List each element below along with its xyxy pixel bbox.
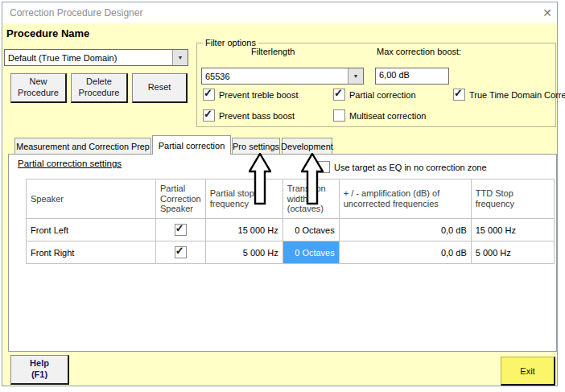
prevent-bass-boost-label: Prevent bass boost: [219, 111, 295, 121]
speaker-settings-table: Speaker Partial Correction Speaker Parti…: [26, 179, 555, 264]
tab-label: Pro settings: [233, 142, 279, 151]
table-row: Front Right 5 000 Hz 0 Octaves 0,0 dB 5 …: [27, 241, 555, 264]
checkbox-icon[interactable]: [175, 246, 187, 258]
tab-pro-settings[interactable]: Pro settings: [232, 138, 280, 154]
table-header-row: Speaker Partial Correction Speaker Parti…: [27, 179, 555, 219]
true-time-domain-checkbox[interactable]: True Time Domain Correction: [453, 89, 565, 101]
procedure-select-value: Default (True Time Domain): [5, 52, 172, 64]
help-label-1: Help: [30, 358, 49, 369]
partial-stop-frequency-cell[interactable]: 5 000 Hz: [205, 241, 282, 264]
help-button[interactable]: Help (F1): [10, 355, 69, 385]
ttd-stop-frequency-cell[interactable]: 5 000 Hz: [471, 241, 554, 264]
filterlength-value: 65536: [202, 70, 348, 83]
partial-correction-speaker-cell[interactable]: [156, 241, 206, 264]
prevent-treble-boost-label: Prevent treble boost: [219, 90, 298, 100]
tab-partial-correction[interactable]: Partial correction: [152, 135, 231, 155]
col-header-partial-correction-speaker: Partial Correction Speaker: [156, 179, 206, 219]
exit-button[interactable]: Exit: [501, 357, 555, 386]
checkbox-icon[interactable]: [175, 224, 187, 236]
max-boost-label: Max correction boost:: [377, 47, 461, 56]
transition-width-cell[interactable]: 0 Octaves: [282, 219, 339, 241]
close-icon[interactable]: ✕: [538, 5, 557, 21]
col-header-amplification: + / - amplification (dB) of uncorrected …: [339, 179, 471, 219]
tab-development[interactable]: Development: [282, 138, 332, 154]
tab-measurement-and-correction-prep[interactable]: Measurement and Correction Prep: [14, 138, 151, 154]
reset-label: Reset: [148, 82, 171, 93]
speaker-cell[interactable]: Front Right: [27, 241, 156, 264]
annotation-arrow-up-icon: [249, 153, 271, 206]
prevent-bass-boost-checkbox[interactable]: Prevent bass boost: [203, 109, 295, 122]
multiseat-correction-checkbox[interactable]: Multiseat correction: [333, 109, 426, 122]
partial-correction-speaker-cell[interactable]: [156, 219, 206, 241]
procedure-name-label: Procedure Name: [6, 27, 89, 39]
col-header-ttd-stop-frequency: TTD Stop frequency: [471, 179, 554, 219]
partial-correction-label: Partial correction: [349, 90, 416, 100]
annotation-arrow-up-icon: [301, 153, 324, 206]
checkbox-icon[interactable]: [333, 109, 345, 122]
amplification-cell[interactable]: 0,0 dB: [339, 219, 471, 241]
tab-label: Measurement and Correction Prep: [16, 142, 150, 151]
partial-stop-frequency-cell[interactable]: 15 000 Hz: [205, 219, 282, 241]
use-target-eq-label: Use target as EQ in no correction zone: [334, 163, 487, 172]
new-procedure-label-1: New: [29, 76, 47, 88]
reset-button[interactable]: Reset: [132, 73, 188, 103]
prevent-treble-boost-checkbox[interactable]: Prevent treble boost: [203, 89, 298, 101]
help-label-2: (F1): [31, 369, 47, 381]
checkbox-icon[interactable]: [203, 89, 215, 101]
table-row: Front Left 15 000 Hz 0 Octaves 0,0 dB 15…: [27, 219, 555, 241]
checkbox-icon[interactable]: [453, 89, 465, 101]
amplification-cell[interactable]: 0,0 dB: [339, 241, 471, 264]
multiseat-correction-label: Multiseat correction: [349, 111, 426, 121]
filter-options-group-label: Filter options: [203, 38, 258, 47]
window-title: Correction Procedure Designer: [10, 7, 142, 19]
filterlength-label: Filterlength: [251, 47, 295, 56]
max-boost-input[interactable]: 6,00 dB: [375, 68, 449, 85]
partial-correction-checkbox[interactable]: Partial correction: [333, 89, 416, 101]
new-procedure-button[interactable]: New Procedure: [10, 73, 67, 103]
use-target-eq-checkbox[interactable]: Use target as EQ in no correction zone: [318, 161, 487, 173]
transition-width-cell[interactable]: 0 Octaves: [282, 241, 339, 264]
speaker-cell[interactable]: Front Left: [27, 219, 156, 241]
tab-label: Partial correction: [159, 141, 225, 151]
delete-procedure-label-2: Procedure: [79, 88, 120, 99]
chevron-down-icon[interactable]: ▼: [172, 50, 188, 65]
delete-procedure-button[interactable]: Delete Procedure: [71, 73, 128, 103]
exit-label: Exit: [520, 366, 534, 376]
delete-procedure-label-1: Delete: [86, 76, 112, 88]
partial-correction-settings-heading: Partial correction settings: [18, 159, 122, 168]
ttd-stop-frequency-cell[interactable]: 15 000 Hz: [471, 219, 554, 241]
true-time-domain-label: True Time Domain Correction: [469, 90, 565, 100]
new-procedure-label-2: Procedure: [18, 88, 59, 99]
checkbox-icon[interactable]: [203, 109, 215, 122]
filterlength-select[interactable]: 65536 ▼: [201, 68, 364, 85]
tab-label: Development: [281, 142, 333, 151]
procedure-select[interactable]: Default (True Time Domain) ▼: [4, 49, 188, 66]
checkbox-icon[interactable]: [333, 89, 345, 101]
chevron-down-icon[interactable]: ▼: [348, 68, 363, 84]
col-header-speaker: Speaker: [27, 179, 156, 219]
